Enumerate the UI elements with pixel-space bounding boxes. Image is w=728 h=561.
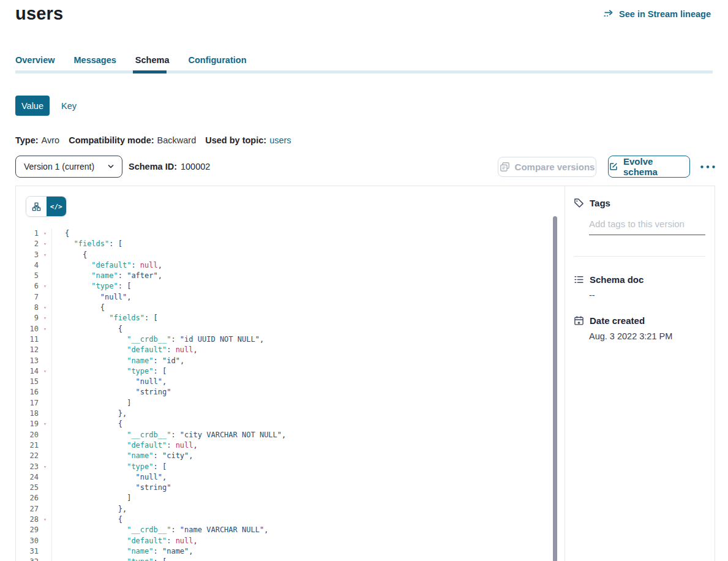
fold-spacer [39, 504, 51, 514]
tab-configuration[interactable]: Configuration [188, 55, 246, 65]
fold-spacer [39, 345, 51, 355]
fold-spacer [39, 536, 51, 546]
fold-spacer [39, 546, 51, 557]
editor-scrollbar-thumb[interactable] [553, 216, 557, 561]
code-text: "name": "id", [51, 356, 184, 366]
line-number: 14 [16, 366, 39, 377]
line-number: 25 [16, 483, 39, 493]
value-toggle-button[interactable]: Value [15, 96, 50, 116]
meta-label: Compatibility mode: [69, 135, 154, 145]
add-tags-input[interactable] [589, 219, 705, 235]
schema-doc-value: -- [589, 290, 595, 300]
fold-arrow-icon[interactable]: ▾ [39, 250, 51, 260]
fold-spacer [39, 398, 51, 409]
fold-arrow-icon[interactable]: ▾ [39, 557, 51, 561]
code-view-icon: </> [50, 203, 62, 211]
ellipsis-icon [700, 165, 715, 168]
stream-lineage-icon [603, 9, 615, 19]
evolve-schema-button[interactable]: Evolve schema [608, 156, 690, 178]
meta-item: Type:Avro [15, 135, 59, 145]
code-text: }, [51, 409, 127, 419]
tab-bar: OverviewMessagesSchemaConfiguration [15, 55, 247, 65]
date-created-section-header: Date created [574, 315, 645, 326]
tab-schema[interactable]: Schema [135, 55, 170, 65]
fold-spacer [39, 271, 51, 281]
line-number: 16 [16, 387, 39, 397]
key-toggle-button[interactable]: Key [61, 96, 77, 116]
fold-arrow-icon[interactable]: ▾ [39, 239, 51, 249]
line-number: 21 [16, 440, 39, 451]
fold-spacer [39, 440, 51, 451]
fold-spacer [39, 356, 51, 366]
code-text: "type": [ [51, 281, 131, 292]
line-number: 18 [16, 409, 39, 419]
line-number: 19 [16, 419, 39, 429]
calendar-plus-icon [574, 315, 584, 326]
version-select[interactable]: Version 1 (current) [15, 156, 122, 178]
line-number: 29 [16, 525, 39, 535]
code-text: "type": [ [51, 462, 167, 472]
code-text: "__crdb__": "name VARCHAR NULL", [51, 525, 268, 535]
fold-spacer [39, 430, 51, 440]
used-by-topic-link[interactable]: users [269, 135, 291, 145]
evolve-schema-label: Evolve schema [623, 156, 689, 177]
tab-messages[interactable]: Messages [74, 55, 116, 65]
fold-spacer [39, 387, 51, 397]
compare-versions-button[interactable]: Compare versions [498, 157, 596, 177]
fold-spacer [39, 472, 51, 483]
code-text: "null", [51, 472, 167, 483]
code-text: { [51, 419, 122, 429]
code-text: { [51, 514, 122, 525]
version-select-value: Version 1 (current) [24, 162, 107, 171]
fold-arrow-icon[interactable]: ▾ [39, 514, 51, 525]
line-number: 22 [16, 451, 39, 461]
code-text: "__crdb__": "city VARCHAR NOT NULL", [51, 430, 286, 440]
tree-view-button[interactable] [26, 197, 47, 216]
code-text: ] [51, 493, 131, 503]
schema-doc-title: Schema doc [590, 274, 644, 285]
code-text: "string" [51, 483, 171, 493]
code-text: "default": null, [51, 345, 198, 355]
code-text: "default": null, [51, 440, 198, 451]
compare-versions-label: Compare versions [515, 162, 595, 172]
fold-arrow-icon[interactable]: ▾ [39, 419, 51, 429]
stream-lineage-link[interactable]: See in Stream lineage [603, 9, 711, 19]
code-view-button[interactable]: </> [47, 197, 67, 216]
code-text: "default": null, [51, 536, 198, 546]
code-text: "name": "name", [51, 546, 193, 557]
editor-view-toggle: </> [26, 196, 67, 217]
line-number: 27 [16, 504, 39, 514]
tag-icon [574, 198, 584, 208]
line-number: 12 [16, 345, 39, 355]
code-text: "default": null, [51, 260, 162, 271]
chevron-down-icon [107, 163, 114, 170]
meta-item: Compatibility mode:Backward [69, 135, 196, 145]
fold-arrow-icon[interactable]: ▾ [39, 462, 51, 472]
line-number: 4 [16, 260, 39, 271]
line-number: 23 [16, 462, 39, 472]
more-options-button[interactable] [698, 156, 718, 178]
schema-panel: </> 1▾{2▾ "fields": [3▾ {4 "default": nu… [15, 186, 715, 561]
compare-versions-icon [500, 162, 510, 172]
line-number: 24 [16, 472, 39, 483]
code-text: "fields": [ [51, 313, 158, 323]
sidebar-divider [574, 256, 705, 257]
fold-arrow-icon[interactable]: ▾ [39, 324, 51, 334]
line-number: 6 [16, 281, 39, 292]
code-text: "__crdb__": "id UUID NOT NULL", [51, 334, 264, 345]
fold-arrow-icon[interactable]: ▾ [39, 228, 51, 239]
page-title: users [15, 4, 63, 24]
code-text: { [51, 303, 105, 313]
fold-spacer [39, 493, 51, 503]
fold-arrow-icon[interactable]: ▾ [39, 281, 51, 292]
fold-arrow-icon[interactable]: ▾ [39, 366, 51, 377]
tab-overview[interactable]: Overview [15, 55, 55, 65]
date-created-value: Aug. 3 2022 3:21 PM [589, 331, 672, 341]
meta-value: Backward [157, 135, 197, 145]
fold-arrow-icon[interactable]: ▾ [39, 303, 51, 313]
code-text: "name": "city", [51, 451, 193, 461]
line-number: 10 [16, 324, 39, 334]
line-number: 2 [16, 239, 39, 249]
fold-arrow-icon[interactable]: ▾ [39, 313, 51, 323]
fold-spacer [39, 334, 51, 345]
